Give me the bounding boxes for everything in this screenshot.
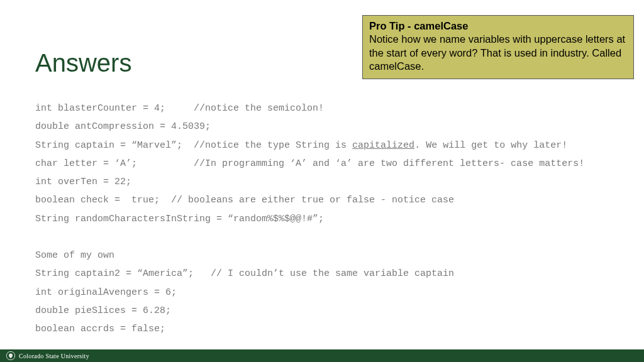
code-line: double antCompression = 4.5039; bbox=[35, 121, 211, 132]
code-line: String captain = “Marvel”; //notice the … bbox=[35, 140, 352, 151]
code-line: boolean check = true; // booleans are ei… bbox=[35, 195, 454, 206]
code-line: String captain2 = “America”; // I couldn… bbox=[35, 268, 454, 279]
code-line: int overTen = 22; bbox=[35, 177, 131, 187]
pro-tip-box: Pro Tip - camelCase Notice how we name v… bbox=[362, 15, 634, 79]
code-line: int originalAvengers = 6; bbox=[35, 287, 177, 298]
code-line: . We will get to why later! bbox=[414, 140, 567, 151]
code-block: int blasterCounter = 4; //notice the sem… bbox=[35, 99, 626, 338]
page-title: Answers bbox=[35, 49, 131, 77]
code-line: char letter = ‘A’; //In programming ‘A’ … bbox=[35, 158, 584, 169]
code-line: int blasterCounter = 4; //notice the sem… bbox=[35, 103, 324, 114]
code-line: double pieSlices = 6.28; bbox=[35, 305, 171, 316]
footer-bar: Colorado State University bbox=[0, 349, 644, 362]
pro-tip-body: Notice how we name variables with upperc… bbox=[369, 33, 627, 73]
code-line: Some of my own bbox=[35, 250, 114, 261]
code-line: boolean accrds = false; bbox=[35, 324, 165, 334]
csu-logo-icon bbox=[6, 351, 15, 360]
pro-tip-heading: Pro Tip - camelCase bbox=[369, 19, 627, 33]
code-line: String randomCharactersInString = “rando… bbox=[35, 214, 324, 224]
footer-org: Colorado State University bbox=[19, 353, 89, 359]
code-underline: capitalized bbox=[352, 140, 414, 151]
slide: Answers Pro Tip - camelCase Notice how w… bbox=[0, 0, 644, 362]
